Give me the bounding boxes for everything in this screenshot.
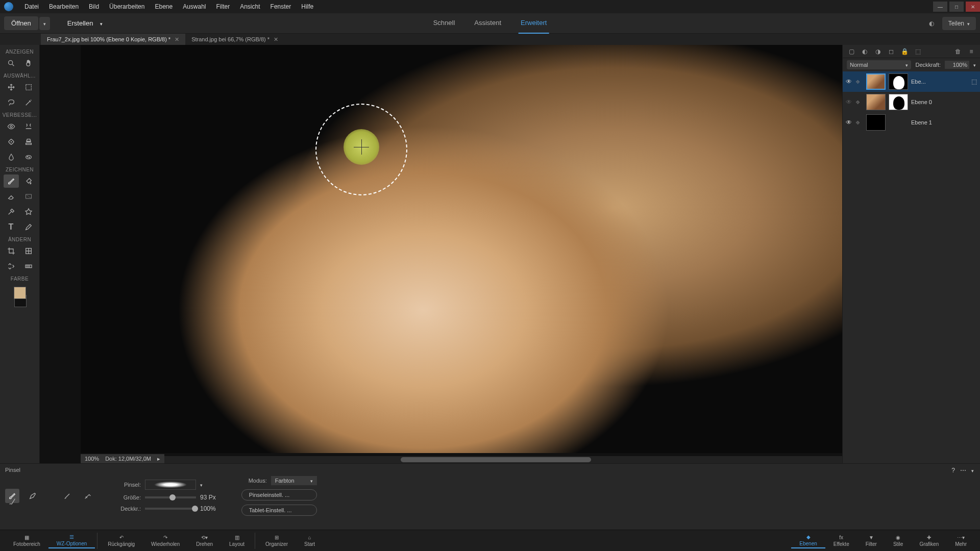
link-icon[interactable]: ⎆ (856, 119, 863, 126)
doc-tab-2[interactable]: Strand.jpg bei 66,7% (RGB/8) * ✕ (185, 34, 284, 45)
canvas-area[interactable]: 100% Dok: 12,0M/32,0M ▸ (40, 45, 842, 463)
layer-row[interactable]: 👁 ⎆ Ebe... ⬚ (843, 71, 980, 92)
link-icon[interactable]: ⎆ (856, 78, 863, 85)
brush-variant-3[interactable] (60, 489, 75, 503)
redo-button[interactable]: ↷Wiederholen (143, 534, 188, 548)
styles-tab-button[interactable]: ◉Stile (885, 534, 911, 548)
link-icon[interactable]: ⬚ (913, 47, 922, 56)
photobin-button[interactable]: ▦Fotobereich (5, 534, 48, 548)
menu-hilfe[interactable]: Hilfe (296, 3, 318, 10)
move-tool[interactable] (4, 81, 19, 94)
brush-preset-select[interactable] (145, 480, 196, 490)
undo-button[interactable]: ↶Rückgängig (100, 534, 143, 548)
clone-stamp-tool[interactable] (21, 135, 36, 148)
spot-heal-tool[interactable] (4, 135, 19, 148)
menu-auswahl[interactable]: Auswahl (178, 3, 211, 10)
panel-menu-icon[interactable]: ≡ (967, 47, 976, 56)
link-icon[interactable]: ⎆ (856, 98, 863, 106)
eyedropper-tool[interactable] (4, 205, 19, 218)
layer-row[interactable]: 👁 ⎆ Ebene 0 (843, 92, 980, 112)
share-button[interactable]: Teilen (942, 17, 976, 30)
straighten-tool[interactable] (21, 260, 36, 273)
layer-name[interactable]: Ebe... (911, 79, 926, 85)
text-tool[interactable]: T (4, 220, 19, 234)
hand-tool[interactable] (21, 57, 36, 70)
horizontal-scrollbar[interactable] (81, 456, 842, 463)
blur-tool[interactable] (4, 151, 19, 164)
whiten-tool[interactable] (21, 120, 36, 133)
doc-tab-1[interactable]: Frau7_2x.jpg bei 100% (Ebene 0 Kopie, RG… (41, 34, 185, 45)
layer-row[interactable]: 👁 ⎆ Ebene 1 (843, 112, 980, 133)
shape-tool[interactable] (21, 205, 36, 218)
chevron-down-icon[interactable] (200, 481, 203, 488)
opacity-input[interactable]: 100% (945, 61, 969, 69)
create-button[interactable]: Erstellen (60, 16, 110, 30)
menu-ueberarbeiten[interactable]: Überarbeiten (104, 3, 150, 10)
sponge-tool[interactable] (21, 151, 36, 164)
layer-mask-thumbnail[interactable] (889, 73, 908, 90)
scrollbar-thumb[interactable] (401, 457, 591, 462)
theme-toggle-icon[interactable]: ◐ (927, 19, 936, 28)
mode-guided[interactable]: Assistent (472, 13, 503, 34)
new-group-icon[interactable]: ◐ (860, 47, 869, 56)
foreground-color[interactable] (14, 287, 26, 299)
maximize-button[interactable]: □ (949, 2, 964, 12)
pencil-tool[interactable] (21, 220, 36, 234)
more-tab-button[interactable]: ⋯▾Mehr (947, 534, 975, 548)
collapse-icon[interactable] (971, 467, 974, 474)
layout-button[interactable]: ▥Layout (221, 534, 253, 548)
mode-quick[interactable]: Schnell (431, 13, 457, 34)
zoom-tool[interactable] (4, 57, 19, 70)
menu-datei[interactable]: Datei (19, 3, 44, 10)
layer-thumbnail[interactable] (866, 73, 886, 90)
lock-icon[interactable]: 🔒 (900, 47, 909, 56)
minimize-button[interactable]: — (933, 2, 947, 12)
organizer-button[interactable]: ⊞Organizer (257, 534, 296, 548)
magic-wand-tool[interactable] (21, 96, 36, 109)
lasso-tool[interactable] (4, 96, 19, 109)
trash-icon[interactable]: 🗑 (953, 47, 963, 56)
filters-tab-button[interactable]: ▼Filter (857, 534, 885, 548)
close-icon[interactable]: ✕ (175, 36, 179, 43)
content-move-tool[interactable] (4, 260, 19, 273)
layers-tab-button[interactable]: ◆Ebenen (791, 533, 825, 548)
blend-mode-select[interactable]: Normal (847, 60, 911, 69)
menu-bild[interactable]: Bild (84, 3, 104, 10)
menu-filter[interactable]: Filter (211, 3, 235, 10)
eraser-tool[interactable] (4, 190, 19, 203)
layer-name[interactable]: Ebene 1 (911, 119, 932, 126)
mask-icon[interactable]: ◻ (887, 47, 896, 56)
chevron-right-icon[interactable]: ▸ (157, 456, 160, 462)
layer-fx-icon[interactable]: ⬚ (971, 78, 977, 85)
adjustment-icon[interactable]: ◑ (873, 47, 883, 56)
opacity-slider[interactable] (145, 508, 196, 510)
layer-name[interactable]: Ebene 0 (911, 99, 932, 105)
close-button[interactable]: ✕ (966, 2, 980, 12)
panel-menu-icon[interactable]: ⋯ (960, 467, 966, 474)
close-icon[interactable]: ✕ (274, 36, 278, 43)
chevron-down-icon[interactable] (973, 62, 976, 68)
tool-options-button[interactable]: ☰WZ-Optionen (48, 533, 95, 548)
home-button[interactable]: ⌂Start (296, 534, 323, 548)
mode-select[interactable]: Farbton (271, 476, 317, 485)
menu-ansicht[interactable]: Ansicht (235, 3, 265, 10)
help-icon[interactable]: ? (951, 467, 955, 474)
menu-bearbeiten[interactable]: Bearbeiten (44, 3, 84, 10)
visibility-icon[interactable]: 👁 (846, 119, 853, 126)
rotate-button[interactable]: ⟲▾Drehen (188, 534, 221, 548)
brush-variant-2[interactable] (26, 489, 40, 503)
size-slider[interactable] (145, 496, 196, 498)
brush-variant-5[interactable] (5, 494, 19, 509)
menu-ebene[interactable]: Ebene (150, 3, 178, 10)
graphics-tab-button[interactable]: ✚Grafiken (911, 534, 947, 548)
redeye-tool[interactable] (4, 120, 19, 133)
crop-tool[interactable] (4, 244, 19, 258)
size-value[interactable]: 93 Px (200, 494, 216, 501)
open-button[interactable]: Öffnen (4, 16, 38, 30)
gradient-tool[interactable] (21, 190, 36, 203)
opacity-value[interactable]: 100% (200, 505, 216, 512)
open-dropdown[interactable] (39, 17, 50, 30)
brush-settings-button[interactable]: Pinseleinstell. ... (241, 489, 317, 500)
paint-bucket-tool[interactable] (21, 174, 36, 188)
brush-tool[interactable] (4, 174, 19, 188)
